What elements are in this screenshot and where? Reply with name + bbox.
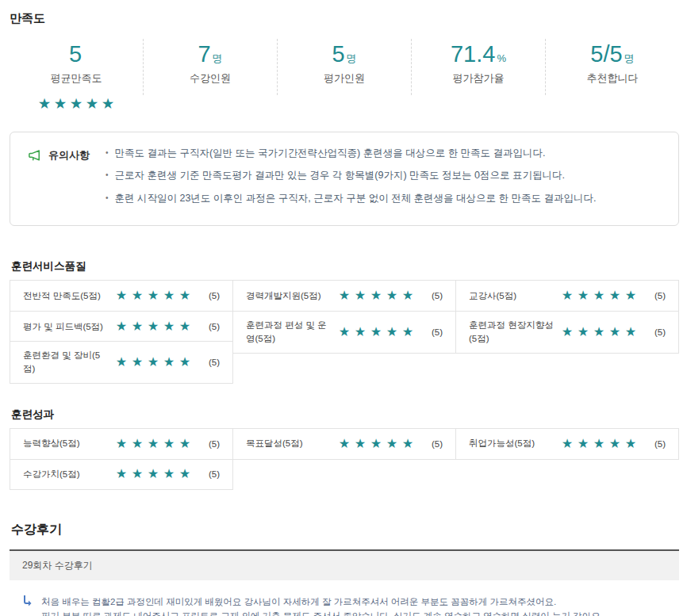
notice-label: 유의사항: [48, 148, 90, 163]
star-rating-icon: ★★★★★: [332, 437, 420, 451]
star-rating-icon: ★★★★★: [10, 96, 143, 113]
star-rating-icon: ★★★★★: [555, 437, 643, 451]
rating-row: 교강사(5점) ★★★★★ (5): [456, 281, 678, 311]
notice-item: 만족도 결과는 구직자(일반 또는 국가기간전략산업직종) 훈련생을 대상으로 …: [106, 147, 597, 161]
star-rating-icon: ★★★★★: [109, 467, 198, 481]
rating-row: 수강가치(5점) ★★★★★ (5): [10, 459, 232, 489]
rating-label: 훈련과정 편성 및 운영(5점): [246, 319, 332, 345]
stat-value: 5/5명: [546, 42, 679, 67]
rating-label: 전반적 만족도(5점): [23, 289, 109, 303]
rating-label: 훈련과정 현장지향성(5점): [469, 319, 555, 345]
star-rating-icon: ★★★★★: [332, 289, 420, 303]
star-rating-icon: ★★★★★: [109, 355, 198, 369]
rating-column: 취업가능성(5점) ★★★★★ (5): [455, 428, 679, 460]
section-title-performance: 훈련성과: [11, 407, 679, 422]
rating-row: 훈련과정 편성 및 운영(5점) ★★★★★ (5): [233, 311, 455, 352]
stat-participation-rate: 71.4% 평가참가율: [411, 39, 545, 95]
stat-average-score: 5 평균만족도 ★★★★★: [10, 39, 143, 95]
rating-label: 목표달성(5점): [246, 437, 332, 450]
review-text: 처음 배우는 컴활2급 과정인데 재미있게 배웠어요 강사님이 자세하게 잘 가…: [41, 595, 603, 616]
rating-column: 능력향상(5점) ★★★★★ (5) 수강가치(5점) ★★★★★ (5): [10, 428, 233, 490]
rating-score: (5): [420, 291, 443, 300]
rating-column: 전반적 만족도(5점) ★★★★★ (5) 평가 및 피드백(5점) ★★★★★…: [10, 280, 233, 383]
rating-score: (5): [420, 327, 443, 337]
performance-table: 능력향상(5점) ★★★★★ (5) 수강가치(5점) ★★★★★ (5) 목표…: [10, 428, 679, 490]
rating-score: (5): [198, 469, 220, 479]
stat-label: 수강인원: [144, 71, 277, 86]
section-title-service-quality: 훈련서비스품질: [11, 259, 679, 274]
rating-label: 수강가치(5점): [23, 468, 109, 481]
stat-label: 추천합니다: [546, 71, 679, 86]
satisfaction-page: 만족도 5 평균만족도 ★★★★★ 7명 수강인원 5명 평가인원 71.4% …: [0, 0, 687, 616]
rating-row: 훈련환경 및 장비(5점) ★★★★★ (5): [10, 341, 232, 382]
star-rating-icon: ★★★★★: [332, 325, 420, 339]
stat-recommend-count: 5/5명 추천합니다: [545, 39, 679, 95]
reviews-title: 수강후기: [11, 522, 679, 538]
star-rating-icon: ★★★★★: [555, 325, 643, 339]
star-rating-icon: ★★★★★: [109, 319, 198, 334]
rating-label: 훈련환경 및 장비(5점): [23, 349, 109, 375]
summary-stats: 5 평균만족도 ★★★★★ 7명 수강인원 5명 평가인원 71.4% 평가참가…: [10, 39, 679, 95]
rating-column: 목표달성(5점) ★★★★★ (5): [232, 428, 456, 460]
rating-row: 평가 및 피드백(5점) ★★★★★ (5): [10, 311, 232, 341]
rating-score: (5): [198, 358, 220, 367]
rating-row: 취업가능성(5점) ★★★★★ (5): [456, 429, 678, 459]
service-quality-table: 전반적 만족도(5점) ★★★★★ (5) 평가 및 피드백(5점) ★★★★★…: [10, 280, 679, 383]
rating-row: 목표달성(5점) ★★★★★ (5): [233, 429, 455, 459]
rating-row: 능력향상(5점) ★★★★★ (5): [10, 429, 232, 459]
stat-value: 5: [10, 42, 143, 67]
reviews-round-header: 29회차 수강후기: [10, 549, 679, 580]
rating-score: (5): [198, 439, 220, 449]
star-rating-icon: ★★★★★: [109, 437, 198, 451]
star-rating-icon: ★★★★★: [109, 289, 198, 303]
rating-row: 경력개발지원(5점) ★★★★★ (5): [233, 281, 455, 311]
rating-label: 교강사(5점): [469, 289, 555, 303]
rating-score: (5): [643, 327, 666, 337]
stat-evaluated-count: 5명 평가인원: [277, 39, 411, 95]
rating-column: 교강사(5점) ★★★★★ (5) 훈련과정 현장지향성(5점) ★★★★★ (…: [455, 280, 679, 353]
notice-item: 근로자 훈련생 기준 만족도평가 결과만 있는 경우 각 항목별(9가지) 만족…: [106, 169, 597, 183]
stat-value: 7명: [144, 42, 277, 67]
rating-score: (5): [198, 322, 220, 331]
notice-item: 훈련 시작일이 23년도 이후인 과정은 구직자, 근로자 구분 없이 전체 훈…: [106, 192, 597, 206]
stat-label: 평가참가율: [412, 71, 545, 86]
rating-label: 능력향상(5점): [23, 437, 109, 450]
megaphone-icon: [28, 148, 42, 166]
stat-label: 평균만족도: [10, 71, 143, 86]
rating-label: 취업가능성(5점): [469, 437, 555, 450]
notice-box: 유의사항 만족도 결과는 구직자(일반 또는 국가기간전략산업직종) 훈련생을 …: [10, 132, 679, 227]
reply-arrow-icon: [22, 595, 33, 610]
rating-label: 경력개발지원(5점): [246, 289, 332, 303]
rating-row: 전반적 만족도(5점) ★★★★★ (5): [10, 281, 232, 311]
review-item: 처음 배우는 컴활2급 과정인데 재미있게 배웠어요 강사님이 자세하게 잘 가…: [10, 580, 679, 616]
stat-value: 71.4%: [412, 42, 545, 67]
rating-label: 평가 및 피드백(5점): [23, 320, 109, 334]
rating-score: (5): [198, 291, 220, 300]
notice-head: 유의사항: [28, 147, 90, 215]
rating-row: 훈련과정 현장지향성(5점) ★★★★★ (5): [456, 311, 678, 352]
stat-enrolled-count: 7명 수강인원: [143, 39, 277, 95]
stat-value: 5명: [278, 42, 411, 67]
notice-list: 만족도 결과는 구직자(일반 또는 국가기간전략산업직종) 훈련생을 대상으로 …: [106, 147, 597, 215]
rating-score: (5): [643, 439, 666, 449]
rating-score: (5): [643, 291, 666, 300]
rating-column: 경력개발지원(5점) ★★★★★ (5) 훈련과정 편성 및 운영(5점) ★★…: [232, 280, 456, 353]
rating-score: (5): [420, 439, 443, 449]
page-title: 만족도: [10, 11, 679, 26]
stat-label: 평가인원: [278, 71, 411, 86]
star-rating-icon: ★★★★★: [555, 289, 643, 303]
